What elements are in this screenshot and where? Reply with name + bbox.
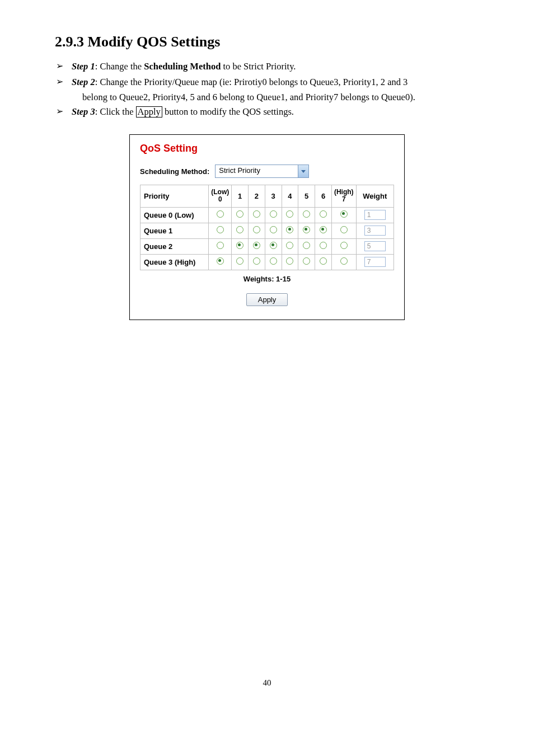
radio-priority-4[interactable]	[286, 257, 293, 265]
radio-priority-1[interactable]	[236, 242, 243, 249]
radio-cell	[209, 207, 232, 223]
radio-priority-4[interactable]	[286, 210, 293, 218]
radio-cell	[249, 238, 265, 254]
weight-input[interactable]	[364, 210, 386, 220]
step-text: : Change the	[95, 61, 144, 72]
radio-priority-6[interactable]	[320, 257, 327, 265]
radio-priority-5[interactable]	[303, 257, 310, 265]
radio-priority-2[interactable]	[253, 210, 260, 218]
radio-cell	[331, 207, 356, 223]
radio-priority-1[interactable]	[236, 210, 243, 218]
radio-priority-0[interactable]	[217, 210, 224, 218]
radio-cell	[232, 207, 249, 223]
step-label: Step 1	[72, 61, 95, 72]
weight-input[interactable]	[364, 257, 386, 267]
weight-input[interactable]	[364, 241, 386, 251]
step-item-3: ➢ Step 3: Click the Apply button to modi…	[55, 105, 479, 119]
section-heading: 2.9.3 Modify QOS Settings	[55, 34, 479, 50]
radio-priority-3[interactable]	[270, 257, 277, 265]
radio-priority-5[interactable]	[303, 242, 310, 249]
header-high-bot: 7	[334, 196, 354, 203]
radio-priority-2[interactable]	[253, 226, 260, 233]
step-item-1: ➢ Step 1: Change the Scheduling Method t…	[55, 59, 479, 74]
radio-cell	[249, 207, 265, 223]
header-weight: Weight	[356, 185, 394, 207]
header-col-6: 6	[315, 185, 332, 207]
radio-priority-2[interactable]	[253, 242, 260, 249]
radio-cell	[209, 254, 232, 270]
radio-cell	[282, 223, 298, 238]
radio-priority-7[interactable]	[340, 242, 348, 249]
radio-cell	[331, 238, 356, 254]
table-row: Queue 1	[140, 223, 394, 238]
radio-priority-6[interactable]	[320, 242, 327, 249]
table-header-row: Priority (Low) 0 1 2 3 4 5 6 (High) 7	[140, 185, 394, 207]
table-row: Queue 0 (Low)	[140, 207, 394, 223]
header-priority: Priority	[140, 185, 209, 207]
header-col-4: 4	[282, 185, 298, 207]
step-text: button to modify the QOS settings.	[162, 106, 294, 117]
page: 2.9.3 Modify QOS Settings ➢ Step 1: Chan…	[0, 0, 534, 710]
radio-priority-4[interactable]	[286, 242, 293, 249]
radio-priority-4[interactable]	[286, 226, 293, 233]
step-text: to be Strict Priority.	[221, 61, 296, 72]
radio-priority-6[interactable]	[320, 226, 327, 233]
apply-row: Apply	[140, 293, 394, 306]
header-col-0: (Low) 0	[209, 185, 232, 207]
header-col-2: 2	[249, 185, 265, 207]
scheduling-label: Scheduling Method:	[140, 167, 209, 176]
radio-cell	[265, 254, 282, 270]
radio-cell	[265, 207, 282, 223]
scheduling-row: Scheduling Method: Strict Priority	[140, 165, 394, 178]
radio-cell	[265, 223, 282, 238]
radio-priority-1[interactable]	[236, 226, 243, 233]
bullet-icon: ➢	[55, 105, 72, 119]
radio-cell	[315, 238, 332, 254]
weight-cell	[356, 207, 394, 223]
table-row: Queue 2	[140, 238, 394, 254]
radio-priority-5[interactable]	[303, 210, 310, 218]
radio-cell	[232, 223, 249, 238]
radio-priority-7[interactable]	[340, 226, 348, 233]
table-row: Queue 3 (High)	[140, 254, 394, 270]
scheduling-select-value: Strict Priority	[216, 165, 298, 177]
queue-name: Queue 1	[140, 223, 209, 238]
radio-cell	[209, 238, 232, 254]
step-subline: belong to Queue2, Priority4, 5 and 6 bel…	[55, 90, 479, 105]
radio-priority-3[interactable]	[270, 210, 277, 218]
radio-priority-5[interactable]	[303, 226, 310, 233]
radio-cell	[331, 254, 356, 270]
radio-priority-0[interactable]	[217, 226, 224, 233]
radio-cell	[249, 254, 265, 270]
radio-cell	[298, 238, 315, 254]
queue-name: Queue 0 (Low)	[140, 207, 209, 223]
radio-priority-3[interactable]	[270, 226, 277, 233]
radio-cell	[232, 254, 249, 270]
radio-cell	[315, 207, 332, 223]
queue-name: Queue 2	[140, 238, 209, 254]
radio-cell	[315, 254, 332, 270]
radio-priority-7[interactable]	[340, 257, 348, 265]
radio-priority-6[interactable]	[320, 210, 327, 218]
bullet-icon: ➢	[55, 59, 72, 73]
step-list: ➢ Step 1: Change the Scheduling Method t…	[55, 59, 479, 119]
step-content: Step 3: Click the Apply button to modify…	[72, 105, 479, 119]
step-text: : Change the Priority/Queue map (ie: Pri…	[95, 77, 408, 87]
radio-cell	[232, 238, 249, 254]
radio-priority-0[interactable]	[217, 257, 224, 265]
header-col-1: 1	[232, 185, 249, 207]
radio-priority-0[interactable]	[217, 242, 224, 249]
radio-priority-2[interactable]	[253, 257, 260, 265]
header-low-bot: 0	[211, 196, 229, 203]
radio-priority-7[interactable]	[340, 210, 348, 218]
radio-priority-1[interactable]	[236, 257, 243, 265]
radio-priority-3[interactable]	[270, 242, 277, 249]
scheduling-select[interactable]: Strict Priority	[215, 165, 309, 178]
queue-name: Queue 3 (High)	[140, 254, 209, 270]
step-content: Step 2: Change the Priority/Queue map (i…	[72, 75, 479, 90]
apply-reference: Apply	[136, 106, 162, 118]
apply-button[interactable]: Apply	[246, 293, 288, 306]
step-label: Step 3	[72, 106, 95, 117]
weight-input[interactable]	[364, 226, 386, 236]
qos-panel: QoS Setting Scheduling Method: Strict Pr…	[129, 134, 405, 320]
